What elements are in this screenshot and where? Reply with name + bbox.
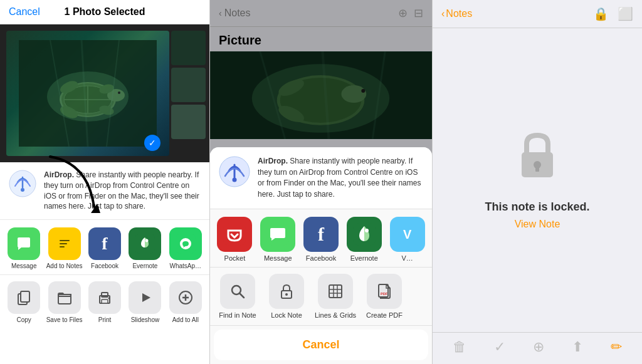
share-airdrop-icon [219,156,250,187]
share-cancel-button[interactable]: Cancel [214,330,428,360]
app-item-facebook[interactable]: f Facebook [86,227,124,269]
svg-rect-21 [60,240,70,241]
evernote-app-icon [129,227,161,260]
svg-point-25 [145,239,149,242]
message-app-label: Message [11,263,37,269]
pocket-icon [217,217,252,252]
lines-grids-icon [318,274,353,309]
message-app-icon [8,227,40,260]
share-sheet-overlay: AirDrop. Share instantly with people nea… [210,0,432,364]
svg-marker-35 [142,293,150,302]
airdrop-section-panel1: AirDrop. Share instantly with people nea… [0,162,209,220]
save-files-action-icon [48,281,81,314]
add-icon[interactable]: ⊕ [533,339,544,355]
app-item-evernote[interactable]: Evernote [126,227,164,269]
copy-action-icon [8,281,40,314]
photo-picker-header: Cancel 1 Photo Selected [0,0,209,24]
lock-note-icon [269,274,304,309]
actions-row-panel1: Copy Save to Files Print Slideshow Add t… [0,275,209,330]
panel3-header-icons: 🔒 ⬜ [593,6,633,21]
cancel-button[interactable]: Cancel [9,6,40,18]
svg-rect-69 [535,167,539,172]
share-app-evernote[interactable]: Evernote [344,217,384,262]
save-files-action-label: Save to Files [46,316,83,323]
share-action-find[interactable]: Find in Note [215,274,260,319]
locked-note-header: ‹ Notes 🔒 ⬜ [433,0,642,28]
back-chevron-icon: ‹ [441,8,445,19]
create-pdf-icon: PDF [367,274,402,309]
turtle-photo[interactable] [6,31,169,156]
svg-rect-29 [21,291,29,302]
photo-picker-title: 1 Photo Selected [65,6,145,18]
app-item-notes[interactable]: Add to Notes [45,227,83,269]
print-action-label: Print [98,316,112,323]
compose-icon[interactable]: ✏ [611,339,622,355]
svg-rect-60 [329,285,342,298]
done-icon[interactable]: ✓ [494,339,505,355]
notes-back-button-panel3[interactable]: ‹ Notes [441,8,472,19]
apps-row-panel1: Message Add to Notes f Facebook Evernote… [0,220,209,275]
notes-app-icon [48,227,81,260]
share-action-lines[interactable]: Lines & Grids [313,274,358,319]
svg-rect-52 [223,223,246,246]
facebook-share-label: Facebook [306,254,336,262]
trash-icon[interactable]: 🗑 [453,339,466,355]
evernote-share-icon [347,217,382,252]
share-header-icon[interactable]: ⬜ [618,6,633,21]
share-app-facebook[interactable]: f Facebook [302,217,341,262]
lock-icon-large [515,130,559,190]
action-item-save-files[interactable]: Save to Files [45,281,83,323]
airdrop-description-panel1: AirDrop. Share instantly with people nea… [44,170,201,212]
up-icon[interactable]: ⬆ [572,339,583,355]
evernote-share-label: Evernote [350,254,378,262]
share-app-more[interactable]: V V… [387,217,427,262]
app-item-message[interactable]: Message [5,227,43,269]
message-share-icon [260,217,295,252]
photo-checkmark: ✓ [144,135,160,151]
share-airdrop-description: AirDrop. Share instantly with people nea… [258,156,423,200]
locked-note-content: This note is locked. View Note [433,28,642,332]
facebook-app-label: Facebook [91,263,118,269]
svg-text:PDF: PDF [381,292,388,296]
action-item-slideshow[interactable]: Slideshow [126,281,164,323]
message-share-label: Message [264,254,292,262]
svg-point-34 [108,298,110,299]
app-item-whatsapp[interactable]: WhatsAp… [167,227,204,269]
svg-rect-22 [60,243,67,244]
more-share-label: V… [401,254,413,262]
notes-panel: ‹ Notes ⊕ ⊟ Picture [210,0,433,364]
whatsapp-app-icon [169,227,202,260]
facebook-share-icon: f [303,217,339,252]
more-share-icon: V [390,217,425,252]
photo-picker-panel: Cancel 1 Photo Selected [0,0,210,364]
notes-app-label: Add to Notes [46,263,83,269]
evernote-app-label: Evernote [132,263,157,269]
pocket-label: Pocket [224,254,246,262]
share-action-lock[interactable]: Lock Note [264,274,309,319]
svg-rect-23 [60,246,65,247]
share-action-pdf[interactable]: PDF Create PDF [362,274,407,319]
svg-point-59 [285,293,288,296]
view-note-button[interactable]: View Note [515,219,560,230]
lock-note-label: Lock Note [271,311,302,319]
slideshow-action-label: Slideshow [131,316,160,323]
photo-grid: ✓ [0,24,209,162]
svg-point-8 [118,91,120,94]
svg-line-57 [239,293,244,298]
share-app-message[interactable]: Message [258,217,298,262]
svg-rect-33 [102,299,108,303]
create-pdf-label: Create PDF [366,311,403,319]
lock-header-icon[interactable]: 🔒 [593,6,609,21]
share-app-pocket[interactable]: Pocket [215,217,255,262]
svg-point-55 [365,229,369,232]
action-item-copy[interactable]: Copy [5,281,43,323]
find-note-label: Find in Note [219,311,256,319]
whatsapp-app-label: WhatsAp… [170,263,202,269]
share-airdrop-section: AirDrop. Share instantly with people nea… [210,147,432,209]
locked-note-panel: ‹ Notes 🔒 ⬜ This note is locked. View No… [433,0,642,364]
find-note-icon [220,274,255,309]
slideshow-action-icon [129,281,161,314]
action-item-print[interactable]: Print [86,281,124,323]
locked-note-text: This note is locked. [485,200,589,214]
action-item-add-all[interactable]: Add to All [167,281,204,323]
